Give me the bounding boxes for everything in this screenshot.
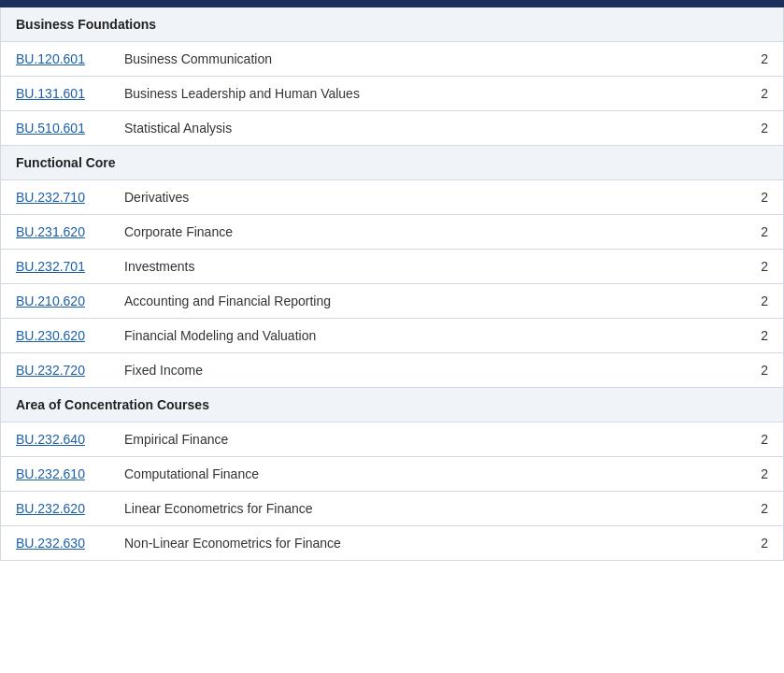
course-code-link[interactable]: BU.232.701 <box>16 259 109 274</box>
table-row: BU.120.601Business Communication2 <box>1 42 783 77</box>
course-code-link[interactable]: BU.510.601 <box>16 121 109 136</box>
course-code-link[interactable]: BU.231.620 <box>16 224 109 239</box>
top-bar <box>0 0 784 7</box>
course-code-link[interactable]: BU.232.630 <box>16 536 109 551</box>
course-code-link[interactable]: BU.230.620 <box>16 328 109 343</box>
table-row: BU.231.620Corporate Finance2 <box>1 215 783 250</box>
course-name: Statistical Analysis <box>109 121 749 136</box>
course-name: Linear Econometrics for Finance <box>109 501 749 516</box>
course-name: Fixed Income <box>109 363 749 378</box>
course-table: Business FoundationsBU.120.601Business C… <box>0 7 784 561</box>
course-credits: 2 <box>749 121 768 136</box>
course-code-link[interactable]: BU.232.720 <box>16 363 109 378</box>
course-code-link[interactable]: BU.210.620 <box>16 294 109 308</box>
course-credits: 2 <box>749 363 768 378</box>
course-code-link[interactable]: BU.232.710 <box>16 190 109 205</box>
course-code-link[interactable]: BU.131.601 <box>16 86 109 101</box>
table-row: BU.232.610Computational Finance2 <box>1 457 783 492</box>
course-credits: 2 <box>749 432 768 447</box>
course-code-link[interactable]: BU.232.640 <box>16 432 109 447</box>
table-row: BU.210.620Accounting and Financial Repor… <box>1 284 783 319</box>
course-credits: 2 <box>749 86 768 101</box>
table-row: BU.232.701Investments2 <box>1 250 783 284</box>
course-name: Business Communication <box>109 51 749 66</box>
course-credits: 2 <box>749 190 768 205</box>
course-name: Financial Modeling and Valuation <box>109 328 749 343</box>
section-header-area-of-concentration: Area of Concentration Courses <box>1 388 783 422</box>
table-row: BU.232.630Non-Linear Econometrics for Fi… <box>1 526 783 560</box>
course-name: Non-Linear Econometrics for Finance <box>109 536 749 551</box>
course-credits: 2 <box>749 536 768 551</box>
section-header-functional-core: Functional Core <box>1 146 783 180</box>
table-row: BU.131.601Business Leadership and Human … <box>1 77 783 111</box>
course-name: Accounting and Financial Reporting <box>109 294 749 308</box>
course-name: Investments <box>109 259 749 274</box>
course-name: Corporate Finance <box>109 224 749 239</box>
table-row: BU.232.640Empirical Finance2 <box>1 422 783 457</box>
course-name: Computational Finance <box>109 466 749 481</box>
course-credits: 2 <box>749 51 768 66</box>
course-credits: 2 <box>749 328 768 343</box>
table-row: BU.230.620Financial Modeling and Valuati… <box>1 319 783 353</box>
table-row: BU.510.601Statistical Analysis2 <box>1 111 783 146</box>
section-header-business-foundations: Business Foundations <box>1 7 783 42</box>
table-row: BU.232.710Derivatives2 <box>1 180 783 215</box>
table-row: BU.232.720Fixed Income2 <box>1 353 783 388</box>
course-credits: 2 <box>749 224 768 239</box>
course-code-link[interactable]: BU.120.601 <box>16 51 109 66</box>
course-credits: 2 <box>749 294 768 308</box>
course-credits: 2 <box>749 259 768 274</box>
course-code-link[interactable]: BU.232.610 <box>16 466 109 481</box>
course-credits: 2 <box>749 466 768 481</box>
table-row: BU.232.620Linear Econometrics for Financ… <box>1 492 783 526</box>
course-name: Derivatives <box>109 190 749 205</box>
course-name: Business Leadership and Human Values <box>109 86 749 101</box>
course-code-link[interactable]: BU.232.620 <box>16 501 109 516</box>
course-credits: 2 <box>749 501 768 516</box>
course-name: Empirical Finance <box>109 432 749 447</box>
